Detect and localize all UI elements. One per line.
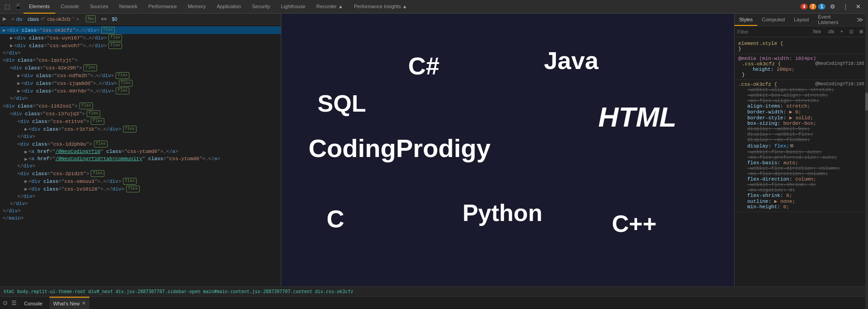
tab-styles[interactable]: Styles — [735, 14, 757, 26]
preview-word-python: Python — [462, 199, 542, 226]
preview-word-csharp: C# — [408, 52, 439, 80]
dom-line[interactable]: </div> — [0, 49, 281, 57]
warn-badge: 7 — [809, 4, 817, 10]
dom-line[interactable]: ▶ <div class="css-wcvoh7">…</div> flex — [0, 42, 281, 49]
dom-line[interactable]: </div> — [0, 207, 281, 215]
flex-badge: flex — [86, 15, 96, 22]
dom-line[interactable]: ▶ <div class="css-1jqa8dd">…</div> flex — [0, 79, 281, 87]
dom-line[interactable]: ▶ <div class="css-1v10128">…</div> flex — [0, 185, 281, 193]
dom-line[interactable]: ▶ <div class="css-ok3cfz">…</div> flex — [0, 26, 281, 34]
filter-input[interactable] — [737, 29, 808, 34]
tab-network[interactable]: Network — [114, 0, 143, 14]
dom-line[interactable]: </div> — [0, 200, 281, 207]
tab-recorder[interactable]: Recorder ▲ — [311, 0, 348, 14]
dom-line[interactable]: ▶ <a href="/@NeoCodingYT10" class="css-y… — [0, 148, 281, 155]
tab-bar: Elements Console Sources Network Perform… — [24, 0, 798, 14]
styles-content: element.style { } @media (min-width: 102… — [735, 37, 868, 286]
breadcrumb-item-main[interactable]: main#main-content.jsx-2887307707.content — [202, 289, 313, 294]
breadcrumb-item-html[interactable]: html — [3, 289, 15, 294]
tab-performance-insights[interactable]: Performance insights ▲ — [348, 0, 412, 14]
dom-line[interactable]: ▶ <div class="css-90rh8r">…</div> flex — [0, 87, 281, 95]
tab-computed[interactable]: Computed — [757, 14, 790, 26]
preview-word-c: C — [327, 205, 344, 233]
dom-line[interactable]: </main> — [0, 215, 281, 222]
breadcrumb: html body.replit-ui-theme-root div#_next… — [0, 286, 868, 296]
tab-sources[interactable]: Sources — [84, 0, 113, 14]
tab-elements[interactable]: Elements — [24, 0, 55, 14]
dom-line[interactable]: <div class="css-92e29h"> flex — [0, 64, 281, 72]
dom-line[interactable]: ▶ <div class="css-ndfm2h">…</div> flex — [0, 72, 281, 79]
inspect-icon[interactable]: ⬚ — [2, 1, 13, 12]
top-toolbar: ⬚ 📱 Elements Console Sources Network Per… — [0, 0, 868, 14]
dom-line[interactable]: ▶ <a href="/@NeoCodingYT10?tab=community… — [0, 155, 281, 162]
dom-line[interactable]: </div> — [0, 95, 281, 102]
preview-word-sql: SQL — [318, 90, 366, 117]
preview-word-java: Java — [544, 46, 598, 74]
css-block-element-style: element.style { } — [735, 39, 868, 54]
hov-button[interactable]: :hov — [810, 28, 823, 35]
error-badge: 4 — [800, 4, 808, 10]
cls-button[interactable]: .cls — [825, 28, 836, 35]
css-block-ok3cfz: .css-ok3cfz { @NeoCodingYT10:105 -webkit… — [735, 80, 868, 212]
css-block-media: @media (min-width: 1024px) .css-ok3cfz {… — [735, 54, 868, 80]
tab-performance[interactable]: Performance — [143, 0, 182, 14]
filter-settings-icon[interactable]: ⊡ — [847, 28, 855, 35]
info-badge: 1 — [818, 4, 825, 10]
preview-word-html: HTML — [598, 101, 677, 133]
tab-security[interactable]: Security — [246, 0, 275, 14]
bottom-bar: ⊙ ☰ Console What's New ✕ — [0, 296, 868, 309]
styles-tabs: Styles Computed Layout Event Listeners ≫ — [735, 14, 868, 26]
main-layout: ▶ <div class="css-ok3cfz" > flex == $0 ▶… — [0, 14, 868, 286]
styles-panel: Styles Computed Layout Event Listeners ≫… — [734, 14, 868, 286]
console-tab[interactable]: Console — [20, 297, 46, 309]
whats-new-tab[interactable]: What's New ✕ — [49, 297, 89, 309]
layout-icon[interactable]: ⊞ — [857, 28, 865, 35]
dom-line[interactable]: ▶ <div class="css-smouu3">…</div> flex — [0, 177, 281, 185]
close-icon[interactable]: ✕ — [853, 1, 863, 12]
dom-line[interactable]: <div class="css-1d2ph0u"> flex — [0, 140, 281, 148]
menu-icon[interactable]: ☰ — [11, 299, 17, 306]
dom-content[interactable]: ▶ <div class="css-ok3cfz">…</div> flex ▶… — [0, 25, 281, 286]
dom-header: ▶ <div class="css-ok3cfz" > flex == $0 — [0, 14, 281, 25]
preview-word-cpp: C++ — [612, 210, 657, 237]
styles-scrollbar[interactable] — [865, 14, 868, 286]
styles-scrollbar-thumb[interactable] — [865, 93, 868, 111]
dom-line[interactable]: ▶ <div class="css-uyn167">…</div> flex — [0, 34, 281, 42]
dom-line[interactable]: <div class="css-2p1dz5"> flex — [0, 170, 281, 177]
tab-memory[interactable]: Memory — [182, 0, 211, 14]
preview-word-coding-prodigy: CodingProdigy — [309, 133, 490, 163]
dom-line[interactable]: </div> — [0, 162, 281, 170]
breadcrumb-item-div[interactable]: div.css-ok3cfz — [314, 289, 354, 294]
device-icon[interactable]: 📱 — [13, 1, 24, 12]
add-style-button[interactable]: + — [838, 28, 845, 35]
breadcrumb-item-body[interactable]: body.replit-ui-theme-root — [16, 289, 87, 294]
dom-line[interactable]: <div class="css-137ujq3"> flex — [0, 110, 281, 118]
whats-new-close-icon[interactable]: ✕ — [82, 300, 86, 306]
tab-layout[interactable]: Layout — [790, 14, 814, 26]
dom-line[interactable]: </div> — [0, 193, 281, 200]
tab-application[interactable]: Application — [211, 0, 247, 14]
dom-panel: ▶ <div class="css-ok3cfz" > flex == $0 ▶… — [0, 14, 281, 286]
dom-line[interactable]: <div class="css-1162so1"> flex — [0, 102, 281, 110]
more-icon[interactable]: ⋮ — [840, 1, 851, 12]
tab-console[interactable]: Console — [55, 0, 84, 14]
page-preview: C# Java SQL HTML CodingProdigy C Python … — [281, 14, 734, 286]
dom-line[interactable]: <div class="css-1qstyjt"> — [0, 57, 281, 64]
dom-line[interactable]: ▶ <div class="css-r3z71k">…</div> flex — [0, 125, 281, 133]
toolbar-right: 4 7 1 ⚙ ⋮ ✕ — [798, 1, 866, 12]
tab-event-listeners[interactable]: Event Listeners — [814, 14, 852, 26]
error-icon[interactable]: ⊙ — [3, 299, 8, 306]
breadcrumb-item-next[interactable]: div#_next — [88, 289, 114, 294]
settings-icon[interactable]: ⚙ — [827, 1, 838, 12]
dom-line[interactable]: </div> — [0, 133, 281, 140]
breadcrumb-item-sidebar[interactable]: div.jsx-2887307707.sidebar-open — [115, 289, 201, 294]
dom-line[interactable]: <div class="css-et1tvo"> flex — [0, 118, 281, 125]
tab-lighthouse[interactable]: Lighthouse — [275, 0, 311, 14]
styles-filter: :hov .cls + ⊡ ⊞ — [735, 26, 868, 37]
